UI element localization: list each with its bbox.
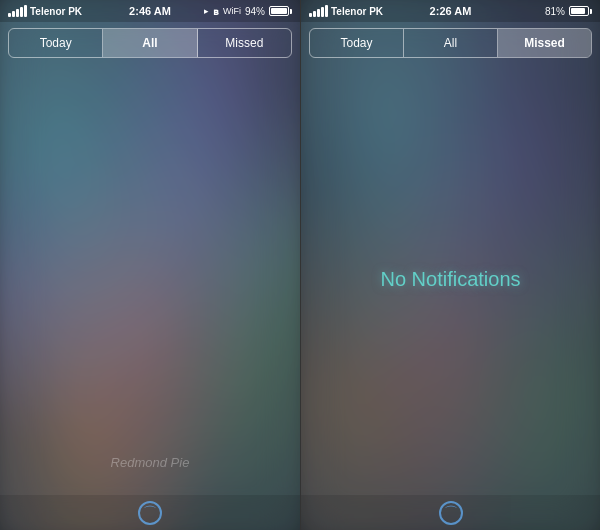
left-status-left: Telenor PK: [8, 5, 82, 17]
right-signal-bar-4: [321, 7, 324, 17]
left-tab-missed[interactable]: Missed: [198, 29, 291, 57]
right-phone-panel: Telenor PK 2:26 AM 81% Today All Missed …: [300, 0, 600, 530]
left-phone-panel: Telenor PK 2:46 AM ▸ ʙ WiFi 94% Today Al…: [0, 0, 300, 530]
right-battery-percent: 81%: [545, 6, 565, 17]
right-home-button[interactable]: ⌒: [439, 501, 463, 525]
signal-bar-2: [12, 11, 15, 17]
right-status-right: 81%: [545, 6, 592, 17]
right-segment-control[interactable]: Today All Missed: [309, 28, 592, 58]
left-bottom-bar: ⌒: [0, 495, 300, 530]
left-wifi-icon: WiFi: [223, 6, 241, 16]
signal-bar-4: [20, 7, 23, 17]
no-notifications-label: No Notifications: [380, 268, 520, 291]
left-home-icon: ⌒: [143, 504, 157, 522]
left-content: [0, 64, 300, 495]
right-tab-missed[interactable]: Missed: [498, 29, 591, 57]
left-tab-all[interactable]: All: [103, 29, 197, 57]
left-carrier: Telenor PK: [30, 6, 82, 17]
left-signal-bars: [8, 5, 27, 17]
left-status-bar: Telenor PK 2:46 AM ▸ ʙ WiFi 94%: [0, 0, 300, 22]
right-signal-bar-3: [317, 9, 320, 17]
left-tab-today[interactable]: Today: [9, 29, 103, 57]
right-home-icon: ⌒: [444, 504, 458, 522]
right-content: No Notifications: [301, 64, 600, 495]
left-segment-control[interactable]: Today All Missed: [8, 28, 292, 58]
right-carrier: Telenor PK: [331, 6, 383, 17]
left-status-right: ▸ ʙ WiFi 94%: [204, 6, 292, 17]
left-bluetooth-icon: ʙ: [213, 6, 219, 17]
right-tab-today[interactable]: Today: [310, 29, 404, 57]
left-time: 2:46 AM: [129, 5, 171, 17]
right-time: 2:26 AM: [430, 5, 472, 17]
right-signal-bar-5: [325, 5, 328, 17]
right-status-bar: Telenor PK 2:26 AM 81%: [301, 0, 600, 22]
right-signal-bar-1: [309, 13, 312, 17]
left-location-icon: ▸: [204, 6, 209, 16]
right-signal-bars: [309, 5, 328, 17]
right-status-left: Telenor PK: [309, 5, 383, 17]
signal-bar-3: [16, 9, 19, 17]
right-signal-bar-2: [313, 11, 316, 17]
signal-bar-5: [24, 5, 27, 17]
left-battery-icon: [269, 6, 292, 16]
left-watermark: Redmond Pie: [111, 455, 190, 470]
right-tab-all[interactable]: All: [404, 29, 498, 57]
left-battery-percent: 94%: [245, 6, 265, 17]
right-battery-icon: [569, 6, 592, 16]
left-home-button[interactable]: ⌒: [138, 501, 162, 525]
right-bottom-bar: ⌒: [301, 495, 600, 530]
signal-bar-1: [8, 13, 11, 17]
